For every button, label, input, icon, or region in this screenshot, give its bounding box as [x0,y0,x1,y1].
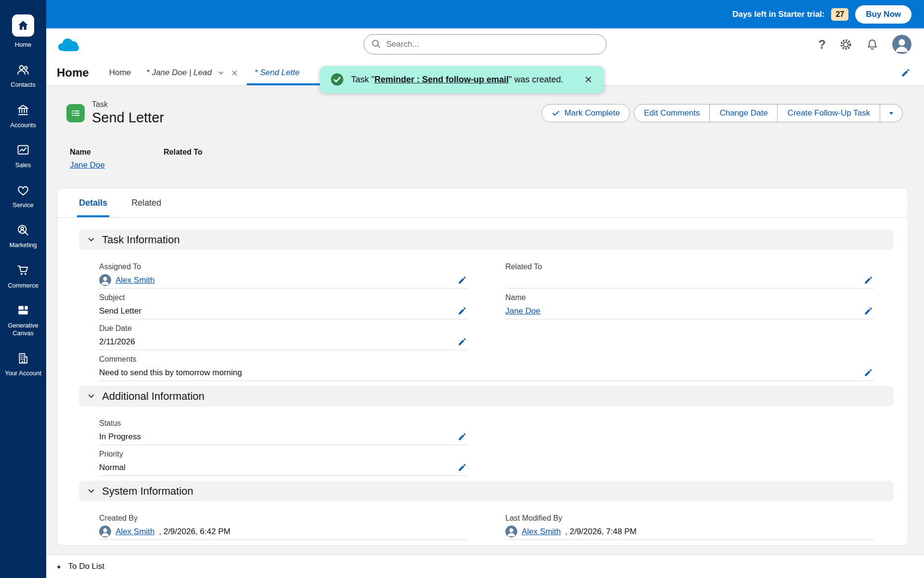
app-window: Home Contacts Accounts Sales Service [0,0,924,578]
chevron-down-icon [87,486,96,496]
header-icons: ? [818,35,911,54]
task-information-fields: Assigned To Alex Smith [79,250,894,381]
sidebar-item-sales[interactable]: Sales [0,143,46,169]
trial-days-label: Days left in Starter trial: [732,10,825,19]
field-subject: Subject Send Letter [99,289,468,319]
commerce-icon [16,263,30,277]
change-date-button[interactable]: Change Date [710,104,778,122]
pencil-icon [458,337,467,346]
sidebar-item-commerce[interactable]: Commerce [0,263,46,289]
section-task-information[interactable]: Task Information [79,229,894,250]
search-input[interactable] [364,34,607,54]
success-toast: Task "Reminder : Send follow-up email" w… [320,66,604,93]
name-link[interactable]: Jane Doe [70,160,105,170]
assigned-to-link[interactable]: Alex Smith [116,276,154,285]
record-actions: Mark Complete Edit Comments Change Date … [541,104,903,122]
more-actions-button[interactable] [880,104,903,122]
pencil-icon [458,276,467,285]
toast-close-button[interactable] [583,74,593,85]
global-search [364,34,607,54]
service-icon [16,183,30,197]
sidebar-item-label: Sales [13,161,33,169]
tab-close-button[interactable] [230,68,239,78]
help-icon: ? [818,38,826,51]
sidebar-item-generative-canvas[interactable]: Generative Canvas [0,303,46,338]
created-datetime: , 2/9/2026, 6:42 PM [159,527,230,537]
salesforce-logo [57,36,80,53]
name-link[interactable]: Jane Doe [505,306,540,316]
highlight-related-to: Related To [164,148,203,171]
mark-complete-button[interactable]: Mark Complete [541,104,630,122]
section-system-information[interactable]: System Information [79,481,894,501]
created-by-link[interactable]: Alex Smith [116,527,154,537]
field-created-by: Created By Alex Smith , 2/9/2026, 6:42 P… [99,509,468,540]
pencil-icon [864,276,873,285]
create-follow-up-task-button[interactable]: Create Follow-Up Task [778,104,880,122]
edit-assigned-to-button[interactable] [457,275,468,286]
sidebar-item-home[interactable]: Home [0,14,46,49]
edit-page-button[interactable] [900,67,911,79]
settings-button[interactable] [839,38,852,51]
sidebar-item-label: Commerce [6,282,40,289]
app-name: Home [57,66,89,79]
tab-related[interactable]: Related [129,188,163,217]
details-panel: Task Information Assigned To Alex Smith [58,218,908,543]
pencil-icon [901,68,911,78]
edit-comments-button[interactable]: Edit Comments [634,104,710,122]
help-button[interactable]: ? [818,38,826,51]
edit-status-button[interactable] [457,431,468,442]
edit-due-date-button[interactable] [457,336,468,347]
avatar [892,35,911,54]
trial-bar: Days left in Starter trial: 27 Buy Now [46,0,924,28]
tab-home[interactable]: Home [102,60,139,85]
toast-message: Task "Reminder : Send follow-up email" w… [351,75,564,85]
contacts-icon [16,63,30,77]
notifications-button[interactable] [866,38,879,51]
sidebar-item-label: Marketing [7,241,38,249]
tab-label: Home [109,68,131,78]
field-name: Name Jane Doe [505,289,874,319]
field-last-modified-by: Last Modified By Alex Smith , 2/9/2026, … [505,509,874,540]
field-assigned-to: Assigned To Alex Smith [99,258,468,289]
field-related-to: Related To [505,258,874,289]
field-spacer [505,319,874,350]
edit-name-button[interactable] [863,305,874,316]
sidebar-item-accounts[interactable]: Accounts [0,103,46,129]
chevron-down-icon [217,69,225,77]
edit-priority-button[interactable] [457,462,468,473]
highlight-name: Name Jane Doe [70,148,164,171]
tab-details[interactable]: Details [77,188,109,217]
last-modified-by-link[interactable]: Alex Smith [522,527,561,537]
tab-menu-button[interactable] [216,68,226,78]
section-additional-information[interactable]: Additional Information [79,386,894,407]
sidebar-item-label: Your Account [3,369,43,377]
field-priority: Priority Normal [99,445,468,476]
sidebar-item-marketing[interactable]: Marketing [0,223,46,249]
record-title-block: Task Send Letter [92,100,164,126]
utility-bar-to-do-list[interactable]: ● To Do List [46,554,924,578]
sidebar-item-service[interactable]: Service [0,183,46,209]
buy-now-button[interactable]: Buy Now [855,5,911,24]
user-avatar-button[interactable] [892,35,911,54]
sidebar-item-contacts[interactable]: Contacts [0,63,46,89]
pencil-icon [864,306,873,315]
check-icon [552,109,560,118]
record-entity-label: Task [92,100,164,109]
detail-tab-bar: Details Related [58,188,908,218]
trial-days-badge: 27 [831,8,848,21]
toast-record-link[interactable]: Reminder : Send follow-up email [374,75,509,84]
app-sidebar: Home Contacts Accounts Sales Service [0,0,46,578]
sidebar-item-your-account[interactable]: Your Account [0,351,46,377]
tab-jane-doe-lead[interactable]: * Jane Doe | Lead [139,60,247,85]
close-icon [584,75,592,84]
sidebar-item-label: Service [11,201,35,209]
pencil-icon [458,432,467,441]
global-header: ? [46,28,924,60]
edit-comments-inline-button[interactable] [863,367,874,378]
page-title: Send Letter [92,110,164,126]
field-status: Status In Progress [99,414,468,445]
edit-related-to-button[interactable] [863,275,874,286]
home-icon [12,14,34,37]
edit-subject-button[interactable] [457,305,468,316]
caret-down-icon [887,109,895,117]
